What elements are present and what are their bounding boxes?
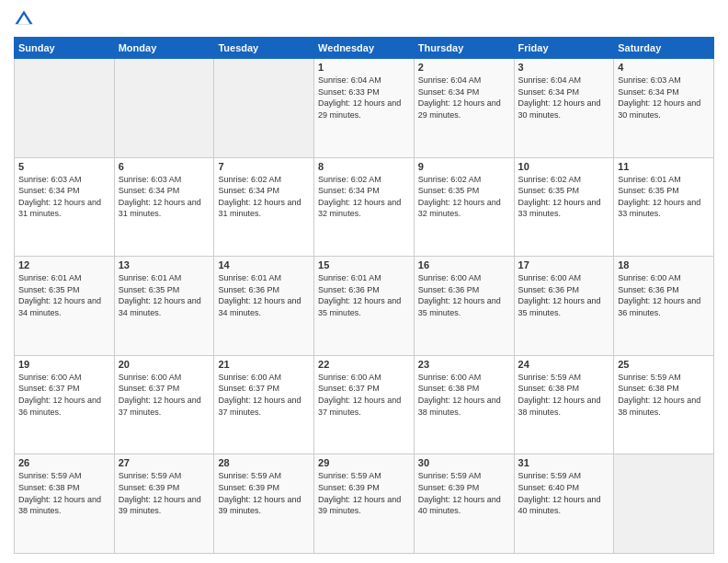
cell-info: Sunrise: 6:04 AM Sunset: 6:33 PM Dayligh… [318,75,410,121]
calendar-cell: 31Sunrise: 5:59 AM Sunset: 6:40 PM Dayli… [514,454,614,554]
day-number: 17 [518,259,610,270]
day-number: 23 [418,359,510,370]
weekday-header: Thursday [414,38,514,59]
cell-info: Sunrise: 6:04 AM Sunset: 6:34 PM Dayligh… [418,75,510,121]
cell-info: Sunrise: 6:01 AM Sunset: 6:35 PM Dayligh… [18,272,110,318]
cell-info: Sunrise: 5:59 AM Sunset: 6:39 PM Dayligh… [119,470,210,516]
calendar-cell: 5Sunrise: 6:03 AM Sunset: 6:34 PM Daylig… [15,157,115,257]
cell-info: Sunrise: 6:03 AM Sunset: 6:34 PM Dayligh… [618,75,710,121]
cell-info: Sunrise: 5:59 AM Sunset: 6:38 PM Dayligh… [618,372,710,418]
day-number: 10 [518,161,610,172]
day-number: 3 [518,62,610,73]
calendar-cell [15,59,115,158]
calendar-cell: 16Sunrise: 6:00 AM Sunset: 6:36 PM Dayli… [414,257,514,356]
weekday-header: Friday [514,38,614,59]
calendar-cell: 8Sunrise: 6:02 AM Sunset: 6:34 PM Daylig… [314,157,415,257]
day-number: 18 [618,259,710,270]
day-number: 14 [218,259,310,270]
cell-info: Sunrise: 6:02 AM Sunset: 6:35 PM Dayligh… [418,174,510,220]
calendar-cell [114,59,214,158]
calendar-week-row: 1Sunrise: 6:04 AM Sunset: 6:33 PM Daylig… [15,59,714,158]
calendar-cell: 29Sunrise: 5:59 AM Sunset: 6:39 PM Dayli… [314,454,415,554]
cell-info: Sunrise: 6:01 AM Sunset: 6:35 PM Dayligh… [618,174,710,220]
calendar-cell [214,59,314,158]
cell-info: Sunrise: 5:59 AM Sunset: 6:38 PM Dayligh… [18,470,110,516]
calendar-cell: 22Sunrise: 6:00 AM Sunset: 6:37 PM Dayli… [314,355,415,454]
cell-info: Sunrise: 6:01 AM Sunset: 6:35 PM Dayligh… [119,272,210,318]
page: SundayMondayTuesdayWednesdayThursdayFrid… [0,0,728,563]
cell-info: Sunrise: 6:03 AM Sunset: 6:34 PM Dayligh… [119,174,210,220]
calendar-cell: 2Sunrise: 6:04 AM Sunset: 6:34 PM Daylig… [414,59,514,158]
cell-info: Sunrise: 6:03 AM Sunset: 6:34 PM Dayligh… [18,174,110,220]
calendar-cell: 13Sunrise: 6:01 AM Sunset: 6:35 PM Dayli… [114,257,214,356]
weekday-header: Saturday [614,38,714,59]
header [14,9,714,29]
calendar-cell [614,454,714,554]
day-number: 28 [218,457,310,468]
calendar-cell: 11Sunrise: 6:01 AM Sunset: 6:35 PM Dayli… [614,157,714,257]
calendar-week-row: 26Sunrise: 5:59 AM Sunset: 6:38 PM Dayli… [15,454,714,554]
cell-info: Sunrise: 6:00 AM Sunset: 6:37 PM Dayligh… [119,372,210,418]
calendar-week-row: 19Sunrise: 6:00 AM Sunset: 6:37 PM Dayli… [15,355,714,454]
calendar-cell: 12Sunrise: 6:01 AM Sunset: 6:35 PM Dayli… [15,257,115,356]
cell-info: Sunrise: 6:01 AM Sunset: 6:36 PM Dayligh… [318,272,410,318]
day-number: 6 [119,161,210,172]
cell-info: Sunrise: 6:00 AM Sunset: 6:37 PM Dayligh… [218,372,310,418]
calendar-cell: 3Sunrise: 6:04 AM Sunset: 6:34 PM Daylig… [514,59,614,158]
day-number: 16 [418,259,510,270]
calendar-cell: 27Sunrise: 5:59 AM Sunset: 6:39 PM Dayli… [114,454,214,554]
weekday-header: Tuesday [214,38,314,59]
day-number: 13 [119,259,210,270]
weekday-header-row: SundayMondayTuesdayWednesdayThursdayFrid… [15,38,714,59]
calendar-week-row: 12Sunrise: 6:01 AM Sunset: 6:35 PM Dayli… [15,257,714,356]
calendar-cell: 23Sunrise: 6:00 AM Sunset: 6:38 PM Dayli… [414,355,514,454]
calendar-cell: 19Sunrise: 6:00 AM Sunset: 6:37 PM Dayli… [15,355,115,454]
logo-icon [14,9,34,29]
day-number: 2 [418,62,510,73]
day-number: 11 [618,161,710,172]
cell-info: Sunrise: 5:59 AM Sunset: 6:38 PM Dayligh… [518,372,610,418]
day-number: 19 [18,359,110,370]
cell-info: Sunrise: 6:02 AM Sunset: 6:34 PM Dayligh… [218,174,310,220]
cell-info: Sunrise: 6:04 AM Sunset: 6:34 PM Dayligh… [518,75,610,121]
calendar-cell: 30Sunrise: 5:59 AM Sunset: 6:39 PM Dayli… [414,454,514,554]
weekday-header: Monday [114,38,214,59]
cell-info: Sunrise: 6:00 AM Sunset: 6:36 PM Dayligh… [418,272,510,318]
day-number: 24 [518,359,610,370]
day-number: 9 [418,161,510,172]
calendar-cell: 21Sunrise: 6:00 AM Sunset: 6:37 PM Dayli… [214,355,314,454]
cell-info: Sunrise: 6:01 AM Sunset: 6:36 PM Dayligh… [218,272,310,318]
calendar-cell: 10Sunrise: 6:02 AM Sunset: 6:35 PM Dayli… [514,157,614,257]
day-number: 26 [18,457,110,468]
day-number: 4 [618,62,710,73]
calendar-cell: 18Sunrise: 6:00 AM Sunset: 6:36 PM Dayli… [614,257,714,356]
calendar-table: SundayMondayTuesdayWednesdayThursdayFrid… [14,37,714,554]
day-number: 29 [318,457,410,468]
cell-info: Sunrise: 6:02 AM Sunset: 6:34 PM Dayligh… [318,174,410,220]
cell-info: Sunrise: 6:00 AM Sunset: 6:37 PM Dayligh… [318,372,410,418]
day-number: 25 [618,359,710,370]
calendar-cell: 14Sunrise: 6:01 AM Sunset: 6:36 PM Dayli… [214,257,314,356]
cell-info: Sunrise: 5:59 AM Sunset: 6:40 PM Dayligh… [518,470,610,516]
day-number: 31 [518,457,610,468]
day-number: 5 [18,161,110,172]
day-number: 12 [18,259,110,270]
cell-info: Sunrise: 6:00 AM Sunset: 6:36 PM Dayligh… [618,272,710,318]
day-number: 22 [318,359,410,370]
calendar-cell: 6Sunrise: 6:03 AM Sunset: 6:34 PM Daylig… [114,157,214,257]
weekday-header: Sunday [15,38,115,59]
day-number: 15 [318,259,410,270]
weekday-header: Wednesday [314,38,415,59]
calendar-cell: 9Sunrise: 6:02 AM Sunset: 6:35 PM Daylig… [414,157,514,257]
calendar-cell: 4Sunrise: 6:03 AM Sunset: 6:34 PM Daylig… [614,59,714,158]
calendar-cell: 26Sunrise: 5:59 AM Sunset: 6:38 PM Dayli… [15,454,115,554]
day-number: 20 [119,359,210,370]
cell-info: Sunrise: 5:59 AM Sunset: 6:39 PM Dayligh… [418,470,510,516]
calendar-cell: 7Sunrise: 6:02 AM Sunset: 6:34 PM Daylig… [214,157,314,257]
cell-info: Sunrise: 6:02 AM Sunset: 6:35 PM Dayligh… [518,174,610,220]
calendar-cell: 1Sunrise: 6:04 AM Sunset: 6:33 PM Daylig… [314,59,415,158]
cell-info: Sunrise: 6:00 AM Sunset: 6:38 PM Dayligh… [418,372,510,418]
logo [14,9,38,29]
day-number: 27 [119,457,210,468]
calendar-cell: 25Sunrise: 5:59 AM Sunset: 6:38 PM Dayli… [614,355,714,454]
